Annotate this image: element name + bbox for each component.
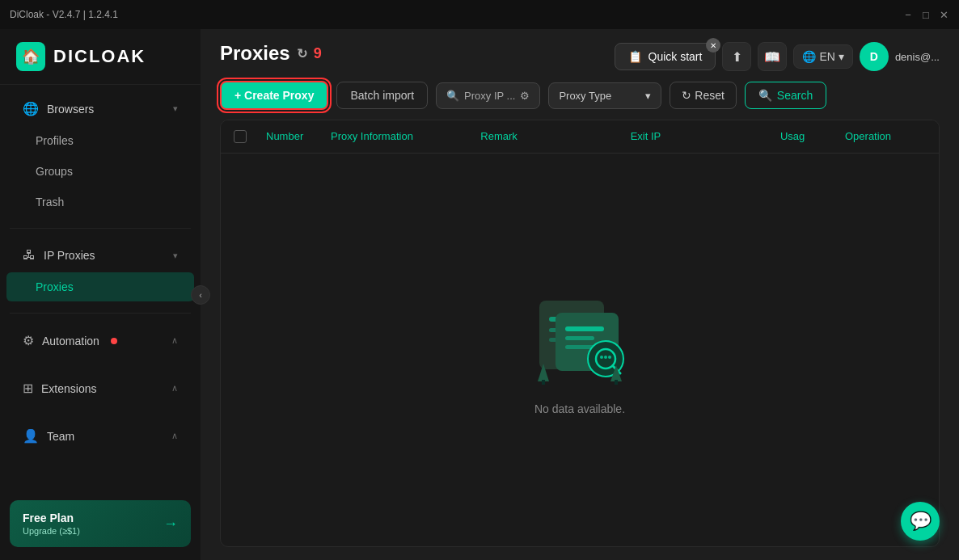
upload-button[interactable]: ⬆ xyxy=(722,42,751,71)
free-plan-subtitle: Upgrade (≥$1) xyxy=(23,526,80,536)
extensions-chevron-icon: ∧ xyxy=(171,383,178,394)
sidebar-item-trash-label: Trash xyxy=(36,196,64,208)
col-checkbox xyxy=(234,130,266,143)
batch-import-button[interactable]: Batch import xyxy=(336,82,428,109)
ip-proxies-icon: 🖧 xyxy=(23,248,36,263)
sidebar-item-automation-label: Automation xyxy=(42,335,99,347)
logo-area: 🏠 DICLOAK xyxy=(0,29,201,85)
extensions-section: ⊞ Extensions ∧ xyxy=(0,364,201,412)
lang-chevron-icon: ▾ xyxy=(839,50,844,63)
create-proxy-button[interactable]: + Create Proxy xyxy=(220,81,328,110)
svg-point-11 xyxy=(600,356,603,359)
extensions-icon: ⊞ xyxy=(23,381,33,396)
sidebar-item-browsers-label: Browsers xyxy=(47,103,94,116)
search-label: Search xyxy=(777,89,813,102)
table-container: Number Proxy Information Remark Exit IP … xyxy=(220,120,940,547)
empty-illustration xyxy=(515,284,644,389)
proxy-ip-search-icon: 🔍 xyxy=(446,90,459,102)
select-all-checkbox[interactable] xyxy=(234,130,247,143)
col-proxy-info: Proxy Information xyxy=(331,130,480,143)
chat-button[interactable]: 💬 xyxy=(901,502,940,541)
app-title: DiCloak - V2.4.7 | 1.2.4.1 xyxy=(10,9,118,20)
sidebar-item-browsers[interactable]: 🌐 Browsers ▾ xyxy=(6,93,194,124)
sidebar-item-profiles-label: Profiles xyxy=(36,134,74,147)
title-bar: DiCloak - V2.4.7 | 1.2.4.1 − □ ✕ xyxy=(0,0,959,29)
batch-import-label: Batch import xyxy=(350,89,414,102)
page-title: Proxies ↻ 9 xyxy=(220,42,322,65)
ip-proxies-chevron-icon: ▾ xyxy=(173,251,178,261)
sidebar-item-ip-proxies-label: IP Proxies xyxy=(44,249,95,262)
quick-start-icon: 📋 xyxy=(628,50,642,63)
app-body: 🏠 DICLOAK 🌐 Browsers ▾ Profiles Groups T… xyxy=(0,29,959,560)
free-plan-card[interactable]: Free Plan Upgrade (≥$1) → xyxy=(10,500,191,547)
sidebar-item-team[interactable]: 👤 Team ∧ xyxy=(6,420,194,452)
sidebar-item-trash[interactable]: Trash xyxy=(6,187,194,217)
reset-button[interactable]: ↻ Reset xyxy=(670,82,736,109)
refresh-icon[interactable]: ↻ xyxy=(297,46,307,61)
main-content: Proxies ↻ 9 📋 Quick start ✕ ⬆ 📖 xyxy=(201,29,959,560)
search-button[interactable]: 🔍 Search xyxy=(745,82,826,109)
sidebar-item-groups[interactable]: Groups xyxy=(6,157,194,186)
page-title-text: Proxies xyxy=(220,42,290,65)
automation-chevron-icon: ∧ xyxy=(171,335,178,346)
page-badge: 9 xyxy=(314,45,322,62)
team-icon: 👤 xyxy=(23,428,39,444)
svg-rect-5 xyxy=(565,326,604,331)
chat-icon: 💬 xyxy=(910,511,932,532)
svg-rect-15 xyxy=(542,380,545,385)
logo-icon: 🏠 xyxy=(16,42,45,71)
automation-section: ⚙ Automation ∧ xyxy=(0,317,201,364)
team-chevron-icon: ∧ xyxy=(171,431,178,441)
toolbar: + Create Proxy Batch import 🔍 Proxy IP .… xyxy=(201,71,959,120)
quick-start-button[interactable]: 📋 Quick start xyxy=(615,43,716,70)
table-body: No data available. xyxy=(221,154,939,546)
col-number: Number xyxy=(266,130,331,143)
logo-text: DICLOAK xyxy=(53,46,146,67)
empty-message: No data available. xyxy=(534,402,625,415)
quick-start-label: Quick start xyxy=(648,50,703,63)
language-button[interactable]: 🌐 EN ▾ xyxy=(793,44,852,69)
empty-state: No data available. xyxy=(515,284,644,415)
main-header: Proxies ↻ 9 📋 Quick start ✕ ⬆ 📖 xyxy=(201,29,959,71)
browsers-chevron-icon: ▾ xyxy=(173,103,178,114)
sidebar-bottom: Free Plan Upgrade (≥$1) → xyxy=(0,487,201,560)
proxy-ip-filter[interactable]: 🔍 Proxy IP ... ⚙ xyxy=(436,82,540,109)
ip-proxies-section: 🖧 IP Proxies ▾ Proxies xyxy=(0,232,201,309)
user-label[interactable]: denis@... xyxy=(895,51,940,63)
search-icon: 🔍 xyxy=(758,89,772,102)
proxy-ip-placeholder: Proxy IP ... xyxy=(464,90,515,102)
svg-point-12 xyxy=(604,356,607,359)
team-section: 👤 Team ∧ xyxy=(0,412,201,460)
page-title-area: Proxies ↻ 9 xyxy=(220,42,322,65)
quick-start-wrapper: 📋 Quick start ✕ xyxy=(615,43,716,70)
col-operation: Operation xyxy=(845,130,926,143)
proxy-type-select[interactable]: Proxy Type ▾ xyxy=(548,82,661,109)
close-button[interactable]: ✕ xyxy=(938,9,949,20)
maximize-button[interactable]: □ xyxy=(920,9,932,20)
proxy-ip-filter-icon: ⚙ xyxy=(520,90,530,102)
quick-start-close-button[interactable]: ✕ xyxy=(706,38,720,53)
minimize-button[interactable]: − xyxy=(902,9,914,20)
sidebar-item-proxies[interactable]: Proxies xyxy=(6,272,194,301)
avatar-button[interactable]: D xyxy=(860,42,889,71)
automation-dot xyxy=(111,338,117,344)
col-exit-ip: Exit IP xyxy=(631,130,780,143)
lang-label: EN xyxy=(819,50,834,63)
globe-icon: 🌐 xyxy=(802,50,816,63)
sidebar-collapse-button[interactable]: ‹ xyxy=(191,285,210,305)
sidebar-item-ip-proxies[interactable]: 🖧 IP Proxies ▾ xyxy=(6,240,194,271)
sidebar-item-proxies-label: Proxies xyxy=(36,280,74,293)
free-plan-info: Free Plan Upgrade (≥$1) xyxy=(23,512,80,536)
divider-2 xyxy=(10,313,191,314)
divider-1 xyxy=(10,228,191,229)
upload-icon: ⬆ xyxy=(732,49,742,65)
sidebar-item-automation[interactable]: ⚙ Automation ∧ xyxy=(6,325,194,356)
automation-icon: ⚙ xyxy=(23,333,34,348)
table-header: Number Proxy Information Remark Exit IP … xyxy=(221,120,939,154)
book-button[interactable]: 📖 xyxy=(758,42,787,71)
window-controls: − □ ✕ xyxy=(902,9,949,20)
sidebar-item-groups-label: Groups xyxy=(36,165,73,178)
sidebar: 🏠 DICLOAK 🌐 Browsers ▾ Profiles Groups T… xyxy=(0,29,201,560)
sidebar-item-extensions[interactable]: ⊞ Extensions ∧ xyxy=(6,373,194,404)
sidebar-item-profiles[interactable]: Profiles xyxy=(6,126,194,155)
